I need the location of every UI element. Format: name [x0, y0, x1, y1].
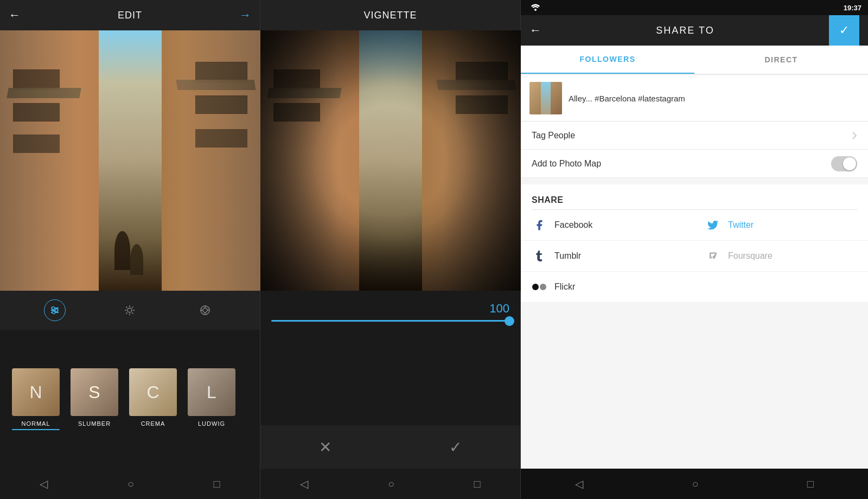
flickr-label: Flickr [554, 282, 575, 292]
vignette-value: 100 [260, 297, 520, 316]
filter-crema-label: CREMA [141, 420, 165, 427]
recent-nav-v[interactable]: □ [461, 474, 494, 495]
vignette-photo [260, 30, 521, 291]
flickr-dot-dark [532, 284, 539, 290]
filter-active-indicator [12, 429, 60, 430]
edit-top-bar: ← EDIT → [0, 0, 260, 30]
social-row-1: Facebook Twitter [521, 210, 868, 241]
filter-slumber-thumb: S [71, 368, 118, 416]
photo-map-toggle[interactable] [831, 156, 857, 171]
facebook-item[interactable]: Facebook [521, 210, 694, 240]
filter-slumber[interactable]: S SLUMBER [65, 368, 124, 430]
tumblr-item[interactable]: Tumblr [521, 241, 694, 271]
social-row-3: Flickr [521, 272, 868, 303]
filter-ludwig[interactable]: L LUDWIG [182, 368, 241, 430]
edit-photo [0, 30, 260, 291]
vignette-actions: ✕ ✓ [260, 425, 520, 469]
slider-track[interactable] [271, 320, 509, 322]
chevron-right-icon [852, 131, 857, 140]
share-tabs: FOLLOWERS DIRECT [521, 46, 868, 74]
svg-point-16 [203, 308, 207, 312]
svg-line-12 [132, 312, 133, 314]
tumblr-label: Tumblr [554, 251, 581, 261]
facebook-label: Facebook [554, 220, 592, 230]
svg-point-5 [53, 311, 55, 314]
foursquare-label: Foursquare [728, 251, 773, 261]
vignette-photo-image [260, 30, 521, 291]
facebook-icon [532, 217, 547, 233]
filter-crema-thumb: C [129, 368, 177, 416]
back-nav-v[interactable]: ◁ [287, 473, 321, 495]
caption-row [521, 75, 868, 121]
tag-people-row[interactable]: Tag People [521, 121, 868, 150]
filter-list: N NORMAL S SLUMBER C CREMA L LUDWIG [0, 364, 260, 434]
flickr-item[interactable]: Flickr [521, 272, 694, 302]
edit-nav-bar: ◁ ○ □ [0, 469, 260, 499]
recent-nav-s[interactable]: □ [794, 474, 827, 495]
svg-line-14 [126, 312, 127, 314]
recent-nav[interactable]: □ [201, 474, 233, 495]
tab-direct[interactable]: DIRECT [694, 46, 868, 74]
share-nav-bar: ◁ ○ □ [521, 469, 868, 499]
slider-container[interactable] [260, 316, 520, 332]
vignette-nav-bar: ◁ ○ □ [260, 469, 520, 499]
svg-point-4 [55, 309, 58, 312]
flickr-icon [532, 279, 547, 295]
filter-normal[interactable]: N NORMAL [7, 368, 65, 430]
svg-line-13 [132, 307, 133, 308]
share-confirm-button[interactable]: ✓ [829, 15, 859, 46]
cancel-button[interactable]: ✕ [293, 434, 358, 460]
filter-crema[interactable]: C CREMA [124, 368, 182, 430]
share-section: SHARE Facebook Twitter [521, 184, 868, 303]
filter-normal-label: NORMAL [21, 420, 50, 427]
filter-normal-thumb: N [12, 368, 60, 416]
status-icons [527, 4, 542, 12]
social-row-2: Tumblr Foursquare [521, 241, 868, 272]
edit-panel: ← EDIT → [0, 0, 260, 499]
adjust-tool[interactable] [44, 299, 66, 321]
svg-point-6 [127, 308, 132, 312]
detail-tool[interactable] [194, 299, 216, 321]
home-nav-s[interactable]: ○ [679, 474, 711, 495]
tab-followers[interactable]: FOLLOWERS [521, 46, 694, 74]
status-time: 19:37 [844, 4, 861, 12]
vignette-top-bar: VIGNETTE [260, 0, 520, 30]
svg-line-11 [126, 307, 127, 308]
section-divider [521, 178, 868, 184]
brightness-tool[interactable] [119, 299, 141, 321]
share-section-label: SHARE [521, 184, 868, 209]
forward-button[interactable]: → [239, 8, 251, 22]
edit-toolbar [0, 291, 260, 330]
foursquare-icon [705, 248, 720, 264]
home-nav[interactable]: ○ [114, 474, 147, 495]
caption-input[interactable] [569, 94, 859, 103]
tag-people-label: Tag People [532, 131, 852, 140]
twitter-item[interactable]: Twitter [694, 210, 868, 240]
share-back-button[interactable]: ← [529, 23, 541, 37]
photo-map-label: Add to Photo Map [532, 159, 831, 169]
photo-image [0, 30, 260, 291]
filter-slumber-label: SLUMBER [78, 420, 111, 427]
share-top-bar: ← SHARE TO ✓ [521, 15, 868, 46]
slider-thumb[interactable] [505, 316, 514, 326]
share-spacer [521, 303, 868, 469]
status-bar: 19:37 [521, 0, 868, 15]
svg-point-21 [534, 9, 537, 11]
share-panel: 19:37 ← SHARE TO ✓ FOLLOWERS DIRECT Tag … [521, 0, 868, 499]
twitter-icon [705, 217, 720, 233]
edit-title: EDIT [118, 10, 142, 21]
flickr-dot-light [540, 284, 546, 290]
vignette-panel: VIGNETTE 100 ✕ ✓ ◁ [260, 0, 521, 499]
home-nav-v[interactable]: ○ [375, 474, 407, 495]
confirm-button[interactable]: ✓ [423, 434, 488, 460]
tumblr-icon [532, 248, 547, 264]
filter-ludwig-label: LUDWIG [198, 420, 225, 427]
foursquare-item[interactable]: Foursquare [694, 241, 868, 271]
back-nav[interactable]: ◁ [27, 473, 61, 495]
empty-social-slot [694, 272, 868, 302]
photo-map-row[interactable]: Add to Photo Map [521, 150, 868, 178]
back-button[interactable]: ← [9, 8, 21, 22]
back-nav-s[interactable]: ◁ [562, 473, 596, 495]
vignette-title: VIGNETTE [363, 10, 417, 21]
slider-area: 100 [260, 291, 520, 425]
